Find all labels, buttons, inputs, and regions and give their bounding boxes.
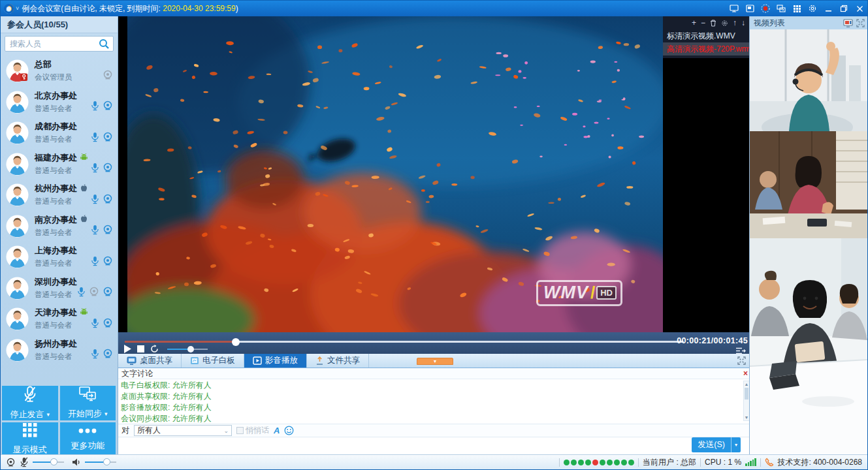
webcam-icon[interactable] (103, 349, 113, 362)
participant-row[interactable]: 杭州办事处普通与会者 (1, 180, 118, 211)
gear-icon[interactable] (805, 1, 820, 16)
webcam-off-icon[interactable] (89, 287, 99, 300)
participant-row[interactable]: 天津办事处普通与会者 (1, 304, 118, 335)
chat-input-area[interactable]: 发送(S) ▾ (118, 437, 750, 454)
window-layout-icon[interactable] (742, 1, 758, 16)
wmv-hd-watermark: WMV/HD (536, 280, 622, 306)
search-input[interactable] (5, 37, 113, 51)
player-volume-slider[interactable] (167, 349, 208, 350)
participant-row[interactable]: 福建办事处普通与会者 (1, 149, 118, 180)
emoji-icon[interactable] (284, 426, 294, 435)
tab-whiteboard[interactable]: 电子白板 (182, 354, 244, 368)
title-bar: ˅ 例会会议室(自由讨论, 未锁定, 到期时间: 2020-04-30 23:5… (1, 1, 867, 16)
avatar (6, 153, 29, 176)
playlist-move-down-icon[interactable]: ↓ (741, 20, 745, 27)
tab-file-share[interactable]: 文件共享 (307, 354, 369, 368)
mic-icon[interactable] (77, 287, 86, 300)
mic-icon[interactable] (91, 349, 99, 362)
tab-media-playback[interactable]: 影音播放 (244, 354, 307, 368)
chat-close-icon[interactable]: × (743, 368, 748, 379)
mic-muted-icon[interactable] (20, 457, 29, 467)
mic-icon[interactable] (91, 132, 99, 145)
video-thumbnail-2[interactable] (750, 131, 867, 238)
mic-icon[interactable] (91, 194, 99, 207)
speaker-volume-slider[interactable] (85, 462, 116, 463)
search-icon[interactable] (99, 39, 110, 52)
scroll-down-icon[interactable]: ▼ (744, 415, 749, 420)
chevron-down-icon[interactable]: ˅ (16, 5, 19, 12)
mic-off-icon (23, 386, 37, 405)
display-mode-icon[interactable] (789, 1, 805, 16)
mic-icon[interactable] (91, 256, 99, 269)
sync-screens-icon[interactable] (773, 1, 789, 16)
webcam-icon[interactable] (103, 132, 113, 145)
scroll-thumb[interactable] (745, 388, 748, 400)
recipient-select[interactable]: 所有人 ⌄ (134, 425, 232, 436)
participant-row[interactable]: 深圳办事处普通与会者 (1, 273, 118, 304)
apple-badge-icon (80, 214, 88, 225)
participant-row[interactable]: 总部会议管理员 (1, 55, 118, 87)
divider (760, 458, 761, 467)
participant-row[interactable]: 上海办事处普通与会者 (1, 242, 118, 273)
screen-share-icon[interactable] (726, 1, 742, 16)
playlist-move-up-icon[interactable]: ↑ (733, 20, 737, 27)
playlist-trash-icon[interactable] (710, 20, 716, 27)
status-bar: 当前用户 : 总部 CPU : 1 % 技术支持: 400-004-0268 (1, 454, 867, 469)
mic-icon[interactable] (91, 101, 99, 114)
video-thumbnail-3[interactable] (750, 238, 867, 456)
webcam-icon[interactable] (103, 194, 113, 207)
record-icon[interactable] (758, 1, 773, 16)
play-button[interactable] (123, 345, 131, 353)
chat-collapse-handle[interactable]: ▾ (417, 358, 453, 365)
webcam-icon[interactable] (103, 101, 113, 114)
speaker-volume-thumb[interactable] (103, 458, 110, 465)
playlist-remove-icon[interactable]: − (701, 20, 705, 27)
stop-button[interactable] (137, 345, 144, 352)
webcam-status-icon[interactable] (6, 458, 16, 467)
playlist-item[interactable]: 高清演示视频-720P.wmv删除 (663, 42, 750, 55)
video-thumbnail-1[interactable] (750, 29, 867, 131)
participant-row[interactable]: 北京办事处普通与会者 (1, 87, 118, 118)
playlist-item[interactable]: 标清演示视频.WMV (663, 29, 750, 42)
seek-thumb[interactable] (232, 338, 240, 346)
font-format-icon[interactable]: A (274, 426, 280, 435)
close-button[interactable] (852, 1, 867, 16)
maximize-button[interactable] (836, 1, 852, 16)
display-mode-button[interactable]: 显示模式 (2, 422, 58, 456)
start-sync-button[interactable]: 开始同步▾ (60, 386, 116, 420)
webcam-icon[interactable] (103, 318, 113, 331)
expand-panel-icon[interactable] (856, 19, 865, 27)
tab-desktop-share[interactable]: 桌面共享 (118, 354, 182, 368)
mic-icon[interactable] (91, 318, 99, 331)
speaker-icon[interactable] (72, 458, 81, 467)
webcam-icon[interactable] (103, 256, 113, 269)
mic-icon[interactable] (91, 225, 99, 238)
seek-bar[interactable] (125, 341, 684, 343)
playlist-add-icon[interactable]: + (692, 20, 696, 27)
player-volume-thumb[interactable] (187, 346, 194, 352)
send-button[interactable]: 发送(S) (692, 437, 731, 452)
webcam-icon[interactable] (103, 163, 113, 176)
caret-down-icon: ▾ (104, 411, 108, 417)
mic-icon[interactable] (91, 163, 99, 176)
stop-speaking-button[interactable]: 停止发言▾ (2, 386, 58, 420)
minimize-button[interactable] (820, 1, 836, 16)
mic-volume-thumb[interactable] (50, 458, 57, 465)
webcam-icon[interactable] (103, 225, 113, 238)
participant-role: 普通与会者 (35, 197, 72, 205)
fullscreen-icon[interactable] (737, 354, 750, 368)
send-options-caret[interactable]: ▾ (731, 437, 741, 452)
mic-volume-slider[interactable] (33, 462, 64, 463)
participant-row[interactable]: 成都办事处普通与会者 (1, 118, 118, 149)
window-title-expiry: 2020-04-30 23:59:59 (163, 4, 235, 13)
whisper-checkbox[interactable] (236, 427, 244, 434)
playlist-settings-icon[interactable] (721, 20, 728, 27)
scroll-up-icon[interactable]: ▲ (744, 381, 749, 387)
participant-row[interactable]: 扬州办事处普通与会者 (1, 335, 118, 366)
webcam-icon[interactable] (103, 287, 113, 300)
webcam-off-icon[interactable] (103, 70, 113, 83)
video-monitor-icon[interactable] (843, 19, 853, 27)
participant-row[interactable]: 南京办事处普通与会者 (1, 211, 118, 242)
more-features-button[interactable]: 更多功能 (60, 422, 116, 456)
replay-button[interactable] (150, 345, 159, 353)
